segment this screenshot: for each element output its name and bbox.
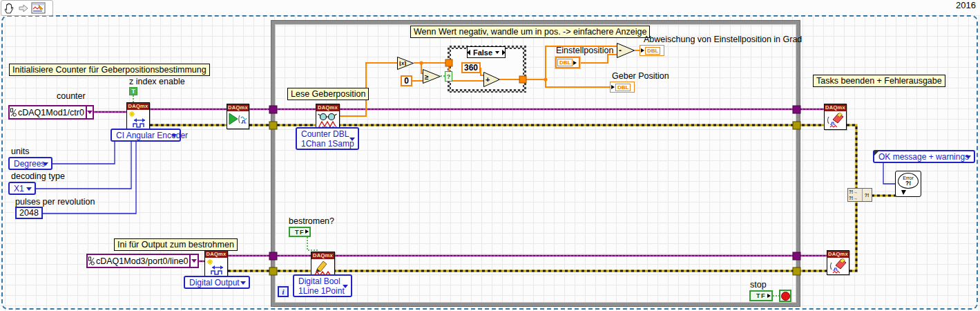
chevron-down-icon <box>26 187 32 191</box>
tf-label: TF <box>756 292 766 299</box>
merge-error-input: ?!→ <box>848 189 863 195</box>
simple-error-handler-node[interactable]: Error ?! <box>895 171 921 197</box>
geber-position-indicator: DBL <box>610 82 635 93</box>
units-value: Degrees <box>14 159 45 169</box>
error-bubble-icon: Error ?! <box>898 173 919 189</box>
data-direction-arrow-icon <box>641 48 644 53</box>
decoding-type-selector[interactable]: X1 <box>8 182 36 195</box>
output-channel-constant[interactable]: cDAQ1Mod3/port0/line0 <box>86 254 199 268</box>
chevron-down-icon[interactable] <box>495 51 499 54</box>
dbl-type-label: DBL <box>645 47 660 55</box>
read-mode-line1: Counter DBL <box>301 129 349 139</box>
subtract-node[interactable]: - <box>617 43 635 58</box>
comment-negative-hint: Wenn Wert negativ, wandle um in pos. -> … <box>410 26 650 38</box>
plus-glyph: + <box>486 75 490 84</box>
daqmx-header: DAQmx <box>227 104 249 111</box>
write-mode-line2: 1Line 1Point <box>298 286 345 296</box>
zero-constant[interactable]: 0 <box>401 75 412 86</box>
einstellposition-label: Einstellposition <box>556 46 613 55</box>
stop-label: stop <box>750 280 767 290</box>
const-360[interactable]: 360 <box>461 62 481 73</box>
daqmx-start-task-node[interactable]: DAQmx <box>227 104 249 129</box>
read-mode-line2: 1Chan 1Samp <box>301 139 354 149</box>
chevron-down-icon <box>43 162 48 166</box>
chevron-down-icon <box>349 138 355 141</box>
read-mode-selector[interactable]: Counter DBL 1Chan 1Samp <box>296 127 359 150</box>
channel-mode-value: CI Angular Encoder <box>116 131 188 140</box>
pulses-per-revolution-label: pulses per revolution <box>15 197 95 207</box>
comment-tasks-end: Tasks beenden + Fehlerausgabe <box>813 75 945 87</box>
daqmx-header: DAQmx <box>825 104 846 111</box>
channel-dropdown-segment[interactable] <box>86 106 93 118</box>
case-next-icon[interactable] <box>502 50 506 55</box>
data-direction-arrow-icon <box>611 85 615 89</box>
stop-sign-icon <box>781 292 790 301</box>
chevron-down-icon <box>171 134 177 138</box>
fold-corner-icon <box>874 151 879 156</box>
daqmx-create-channel-node[interactable]: DAQmx <box>126 102 150 130</box>
einstellposition-control[interactable]: DBL <box>555 57 580 68</box>
case-prev-icon[interactable] <box>467 50 470 55</box>
counter-label: counter <box>57 91 86 101</box>
daqmx-header: DAQmx <box>127 103 149 110</box>
case-selector[interactable]: False <box>467 46 506 58</box>
pulses-per-revolution-constant[interactable]: 2048 <box>15 207 43 219</box>
channel-mode-selector[interactable]: CI Angular Encoder <box>111 129 181 142</box>
merge-errors-node[interactable]: ?!→ ?! ?!→ <box>847 188 872 202</box>
error-dialog-type-value: OK message + warnings <box>878 152 969 162</box>
start-task-icon <box>227 111 249 131</box>
daqmx-header: DAQmx <box>827 251 849 258</box>
dbl-type-label: DBL <box>615 84 631 91</box>
data-direction-arrow-icon <box>305 229 309 234</box>
output-mode-selector[interactable]: Digital Output <box>184 276 250 289</box>
merge-error-input: ?!→ <box>848 195 863 201</box>
chevron-down-icon <box>343 285 348 288</box>
daqmx-header: DAQmx <box>205 251 227 258</box>
chevron-down-icon <box>965 156 971 159</box>
greater-equal-node[interactable]: ≥ <box>423 69 441 84</box>
loop-condition-terminal[interactable] <box>779 290 791 302</box>
decoding-type-value: X1 <box>14 184 24 194</box>
write-mode-selector[interactable]: Digital Bool 1Line 1Point <box>293 274 352 297</box>
daqmx-create-channel-node-2[interactable]: DAQmx <box>204 250 228 276</box>
merge-error-output: ?! <box>863 189 871 201</box>
z-index-enable-label: z index enable <box>129 77 185 86</box>
comment-ini-output: Ini für Output zum bestrohmen <box>114 238 238 251</box>
chevron-down-icon <box>191 259 197 263</box>
counter-channel-value: cDAQ1Mod1/ctr0 <box>17 108 86 117</box>
bestromen-label: bestromen? <box>289 216 334 226</box>
round-glyph: ⌊x⌉ <box>399 61 406 66</box>
daqmx-clear-task-node[interactable]: DAQmx <box>824 104 847 130</box>
counter-channel-constant[interactable]: cDAQ1Mod1/ctr0 <box>8 105 94 120</box>
tf-label: TF <box>295 229 305 236</box>
io-icon <box>10 108 17 117</box>
units-selector[interactable]: Degrees <box>8 157 52 170</box>
clear-task-icon <box>827 258 849 277</box>
daqmx-header: DAQmx <box>316 104 339 111</box>
output-mode-value: Digital Output <box>189 278 240 288</box>
data-direction-arrow-icon <box>573 61 577 65</box>
abweichung-label: Abweischung von Einstellposition in Grad <box>644 35 802 44</box>
daqmx-clear-task-node-2[interactable]: DAQmx <box>827 250 849 275</box>
chevron-down-icon <box>87 111 93 114</box>
error-dialog-type-selector[interactable]: OK message + warnings <box>873 150 975 163</box>
error-bubble-glyph: ?! <box>905 180 911 187</box>
io-icon <box>88 256 95 266</box>
clear-task-icon <box>825 111 846 132</box>
loop-iteration-terminal: i <box>278 286 289 297</box>
dbl-type-label: DBL <box>557 59 573 66</box>
case-selector-value: False <box>473 48 492 57</box>
round-to-nearest-node[interactable]: ⌊x⌉ <box>397 57 414 70</box>
abweichung-indicator: DBL <box>640 45 664 56</box>
data-direction-arrow-icon <box>767 294 771 298</box>
write-mode-line1: Digital Bool <box>298 276 340 286</box>
units-label: units <box>11 147 29 156</box>
daqmx-read-node[interactable]: DAQmx <box>316 104 340 130</box>
z-index-true-constant[interactable]: T <box>129 87 137 95</box>
add-node[interactable]: + <box>483 72 500 87</box>
channel-dropdown-segment[interactable] <box>189 255 198 267</box>
geber-position-label: Geber Position <box>612 71 669 81</box>
daqmx-header: DAQmx <box>311 252 334 259</box>
bestromen-tf-control[interactable]: TF <box>289 227 311 237</box>
stop-tf-control[interactable]: TF <box>749 290 773 301</box>
